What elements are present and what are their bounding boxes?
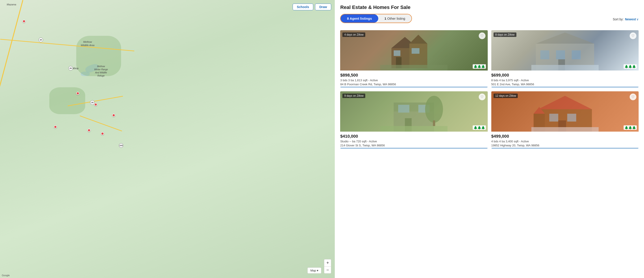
map-type-chevron: ▾ xyxy=(317,269,318,272)
draw-button[interactable]: Draw xyxy=(315,3,331,10)
favorite-button-2[interactable]: ♡ xyxy=(630,32,636,39)
sort-chevron-icon[interactable]: ∨ xyxy=(636,17,638,21)
svg-rect-11 xyxy=(556,50,565,59)
svg-rect-28 xyxy=(567,114,576,122)
svg-marker-9 xyxy=(536,32,594,44)
svg-rect-17 xyxy=(398,105,410,113)
property-image-4: 12 days on Zillow ♡ 🌲🌲🌲 xyxy=(491,91,638,132)
map-pin-4[interactable] xyxy=(112,114,115,117)
map-pin-5[interactable] xyxy=(54,125,57,129)
map-type-label: Map xyxy=(310,269,316,272)
svg-rect-22 xyxy=(433,121,435,126)
sort-label: Sort by: xyxy=(613,17,624,21)
property-card-2[interactable]: 8 days on Zillow ♡ 🌲🌲🌲 $699,000 8 bds 4 … xyxy=(491,30,638,87)
controls-row: 8 Agent listings 1 Other listing Sort by… xyxy=(340,14,638,27)
property-info-4: $499,000 4 bds 4 ba 3,400 sqft - Active … xyxy=(491,132,638,148)
property-image-1: 4 days on Zillow ♡ 🌲🌲🌲 xyxy=(340,30,488,71)
map-pin-6[interactable] xyxy=(88,129,90,132)
map-pin-2[interactable] xyxy=(76,92,80,95)
tree-badge-2: 🌲🌲🌲 xyxy=(624,64,637,69)
property-price-1: $898,500 xyxy=(340,73,488,78)
property-price-4: $499,000 xyxy=(491,134,638,139)
zoom-out-button[interactable]: − xyxy=(324,266,331,274)
route-badge-20-2: 20 xyxy=(68,66,73,71)
zoom-controls: + − xyxy=(324,259,331,274)
svg-rect-20 xyxy=(380,126,448,132)
property-address-4: 19852 Highway 20, Twisp, WA 98856 xyxy=(491,144,638,147)
route-badge-20-1: 20 xyxy=(38,38,43,42)
svg-marker-3 xyxy=(410,35,428,44)
svg-marker-24 xyxy=(538,96,592,109)
tree-badge-3: 🌲🌲🌲 xyxy=(473,125,486,130)
property-card-1[interactable]: 4 days on Zillow ♡ 🌲🌲🌲 $898,500 3 bds 3 … xyxy=(340,30,488,87)
property-price-2: $699,000 xyxy=(491,73,638,78)
property-details-4: 4 bds 4 ba 3,400 sqft - Active xyxy=(491,140,638,143)
property-grid: 4 days on Zillow ♡ 🌲🌲🌲 $898,500 3 bds 3 … xyxy=(340,30,638,148)
property-details-3: Studio -- ba 720 sqft - Active xyxy=(340,140,488,143)
days-badge-3: 9 days on Zillow xyxy=(342,94,365,98)
svg-rect-5 xyxy=(394,50,400,56)
favorite-button-4[interactable]: ♡ xyxy=(630,94,636,100)
property-address-2: 501 E 2nd Ave, Twisp, WA 98856 xyxy=(491,83,638,86)
other-listings-tab[interactable]: 1 Other listing xyxy=(378,14,412,23)
favorite-button-3[interactable]: ♡ xyxy=(479,94,486,100)
listing-tabs: 8 Agent listings 1 Other listing xyxy=(340,14,412,23)
days-badge-2: 8 days on Zillow xyxy=(494,32,516,37)
agent-listings-tab[interactable]: 8 Agent listings xyxy=(340,14,378,23)
tree-badge-1: 🌲🌲🌲 xyxy=(473,64,486,69)
schools-button[interactable]: Schools xyxy=(293,3,313,10)
days-badge-4: 12 days on Zillow xyxy=(494,94,518,98)
svg-rect-7 xyxy=(380,65,448,71)
map-pin-7[interactable] xyxy=(101,132,104,135)
property-price-3: $410,000 xyxy=(340,134,488,139)
map-label-mazama: Mazama xyxy=(7,3,16,6)
property-address-1: 84 B Poorman Creek Rd, Twisp, WA 98856 xyxy=(340,83,488,86)
property-info-2: $699,000 8 bds 4 ba 3,975 sqft - Active … xyxy=(491,71,638,87)
property-info-1: $898,500 3 bds 3 ba 1,813 sqft - Active … xyxy=(340,71,488,87)
property-image-3: 9 days on Zillow ♡ 🌲🌲🌲 xyxy=(340,91,488,132)
property-address-3: 214 Glover St S, Twisp, WA 98856 xyxy=(340,144,488,147)
map-pin-1[interactable] xyxy=(22,20,26,23)
svg-point-21 xyxy=(425,96,443,123)
sort-bar: Sort by: Newest ∨ xyxy=(613,17,638,21)
map-type-button[interactable]: Map ▾ xyxy=(308,268,321,274)
map-panel: Mazama MethowWildlife Area MethowWinter … xyxy=(0,0,335,278)
property-card-4[interactable]: 12 days on Zillow ♡ 🌲🌲🌲 $499,000 4 bds 4… xyxy=(491,91,638,148)
sort-value[interactable]: Newest xyxy=(625,17,636,21)
google-attribution: Google xyxy=(2,274,10,277)
days-badge-1: 4 days on Zillow xyxy=(342,32,365,37)
map-controls: Schools Draw xyxy=(293,3,332,10)
tree-badge-4: 🌲🌲🌲 xyxy=(624,125,637,130)
svg-rect-12 xyxy=(572,50,580,59)
favorite-button-1[interactable]: ♡ xyxy=(479,32,486,39)
property-image-2: 8 days on Zillow ♡ 🌲🌲🌲 xyxy=(491,30,638,71)
svg-rect-10 xyxy=(540,50,549,59)
route-badge-20-3: 20 xyxy=(90,100,95,105)
svg-rect-2 xyxy=(410,44,428,68)
svg-rect-30 xyxy=(531,127,598,132)
svg-rect-14 xyxy=(531,65,598,71)
zoom-in-button[interactable]: + xyxy=(324,259,331,266)
property-info-3: $410,000 Studio -- ba 720 sqft - Active … xyxy=(340,132,488,148)
property-details-1: 3 bds 3 ba 1,813 sqft - Active xyxy=(340,79,488,82)
map-pin-3[interactable] xyxy=(94,103,97,106)
property-details-2: 8 bds 4 ba 3,975 sqft - Active xyxy=(491,79,638,82)
svg-rect-27 xyxy=(549,114,558,122)
listings-panel: Real Estate & Homes For Sale 8 Agent lis… xyxy=(335,0,644,278)
property-card-3[interactable]: 9 days on Zillow ♡ 🌲🌲🌲 $410,000 Studio -… xyxy=(340,91,488,148)
route-badge-153: 153 xyxy=(119,143,123,148)
page-title: Real Estate & Homes For Sale xyxy=(340,4,638,10)
svg-rect-6 xyxy=(412,48,420,54)
